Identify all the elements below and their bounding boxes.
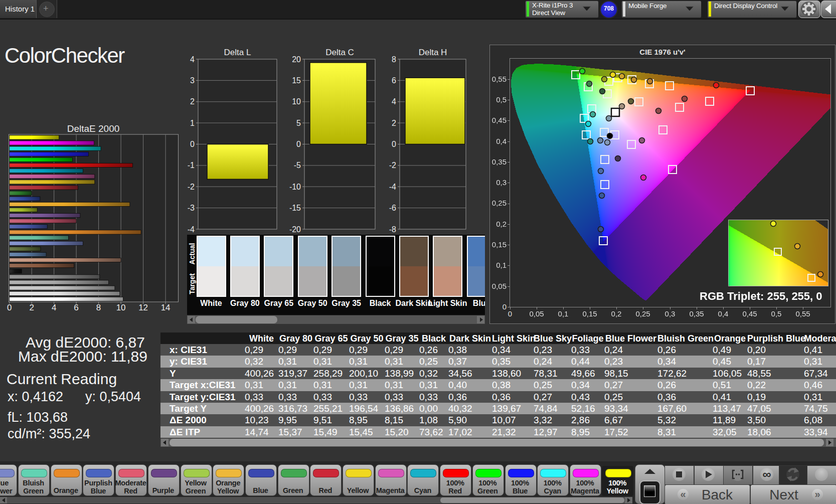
- svg-text:∞: ∞: [762, 467, 771, 481]
- svg-text:2: 2: [29, 303, 34, 312]
- svg-text:Delta C: Delta C: [325, 48, 354, 57]
- svg-text:-6: -6: [389, 204, 396, 212]
- svg-text:-4: -4: [188, 225, 195, 234]
- svg-text:4: 4: [190, 55, 195, 64]
- svg-text:14: 14: [161, 303, 171, 312]
- svg-text:-20: -20: [289, 225, 301, 234]
- svg-text:-2: -2: [188, 183, 195, 191]
- svg-text:-2: -2: [389, 161, 396, 170]
- svg-text:6: 6: [74, 303, 78, 312]
- svg-text:15: 15: [292, 76, 301, 85]
- svg-text:Delta L: Delta L: [224, 48, 251, 57]
- svg-text:12: 12: [138, 303, 148, 312]
- svg-text:2: 2: [190, 97, 195, 106]
- svg-text:5: 5: [296, 119, 301, 127]
- svg-text:DeltaE 2000: DeltaE 2000: [67, 123, 120, 134]
- svg-text:20: 20: [292, 55, 301, 64]
- svg-text:-1: -1: [188, 161, 195, 170]
- svg-text:-3: -3: [188, 204, 195, 212]
- svg-text:2: 2: [392, 119, 396, 127]
- svg-text:-8: -8: [389, 225, 396, 234]
- svg-text:-10: -10: [289, 183, 301, 191]
- svg-text:6: 6: [392, 76, 396, 85]
- svg-text:-4: -4: [389, 183, 396, 191]
- svg-text:4: 4: [392, 97, 396, 106]
- svg-text:1: 1: [190, 119, 195, 127]
- svg-text:0: 0: [296, 140, 301, 148]
- svg-text:-15: -15: [289, 204, 301, 212]
- svg-text:0: 0: [7, 303, 12, 312]
- svg-text:4: 4: [52, 303, 56, 312]
- svg-text:10: 10: [292, 97, 301, 106]
- svg-text:Delta H: Delta H: [419, 48, 447, 57]
- svg-text:0: 0: [392, 140, 396, 148]
- svg-text:3: 3: [190, 76, 195, 85]
- svg-text:0: 0: [190, 140, 195, 148]
- svg-text:10: 10: [116, 303, 126, 312]
- svg-text:8: 8: [392, 55, 396, 64]
- svg-text:-5: -5: [294, 161, 301, 170]
- svg-text:8: 8: [96, 303, 101, 312]
